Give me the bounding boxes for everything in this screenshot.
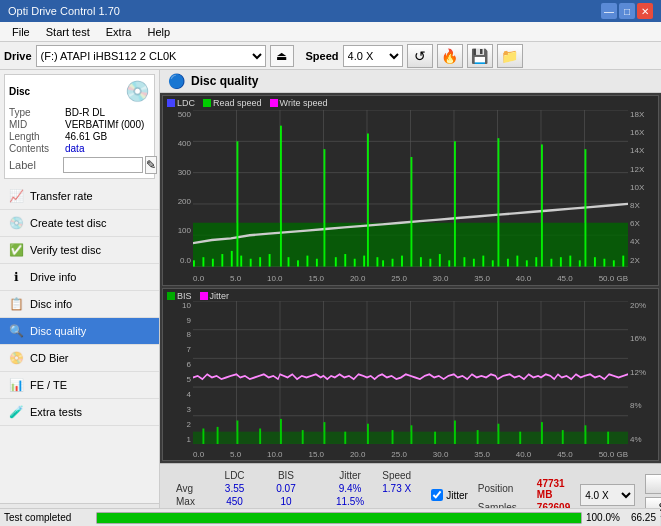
create-test-disc-icon: 💿: [8, 215, 24, 231]
max-empty: [310, 496, 326, 507]
legend-write-speed: Write speed: [270, 98, 328, 108]
y1-500: 500: [178, 110, 191, 119]
sidebar-item-cd-bier[interactable]: 📀 CD Bier: [0, 345, 159, 372]
menu-help[interactable]: Help: [139, 24, 178, 40]
content-area: 🔵 Disc quality LDC Read speed: [160, 70, 661, 526]
chart2-svg: [193, 301, 628, 444]
svg-rect-28: [297, 260, 299, 266]
drive-select[interactable]: (F:) ATAPI iHBS112 2 CL0K: [36, 45, 266, 67]
svg-rect-22: [240, 256, 242, 267]
y2r-20: 20%: [630, 301, 646, 310]
erase-button[interactable]: 🔥: [437, 44, 463, 68]
svg-rect-85: [259, 428, 261, 444]
type-label: Type: [9, 107, 61, 118]
svg-rect-23: [250, 259, 252, 267]
y1r-8x: 8X: [630, 201, 640, 210]
menu-extra[interactable]: Extra: [98, 24, 140, 40]
y2r-12: 12%: [630, 368, 646, 377]
fe-te-label: FE / TE: [30, 379, 67, 391]
label-label: Label: [9, 159, 61, 171]
svg-rect-96: [498, 423, 500, 444]
minimize-button[interactable]: —: [601, 3, 617, 19]
ldc-dot: [167, 99, 175, 107]
sidebar-item-disc-quality[interactable]: 🔍 Disc quality: [0, 318, 159, 345]
y2r-4: 4%: [630, 435, 642, 444]
refresh-button[interactable]: ↺: [407, 44, 433, 68]
burn-button[interactable]: 💾: [467, 44, 493, 68]
sidebar-item-extra-tests[interactable]: 🧪 Extra tests: [0, 399, 159, 426]
progress-percent: 100.0%: [586, 512, 622, 523]
y2-3: 3: [187, 405, 191, 414]
svg-rect-29: [306, 256, 308, 267]
progress-bar-container: Test completed 100.0% 66.25: [0, 508, 660, 526]
svg-rect-91: [392, 430, 394, 444]
chart1-xaxis: 0.0 5.0 10.0 15.0 20.0 25.0 30.0 35.0 40…: [193, 274, 628, 283]
svg-rect-51: [498, 138, 500, 266]
jitter-checkbox[interactable]: [431, 489, 443, 501]
svg-rect-26: [280, 126, 282, 267]
main-layout: Disc 💿 Type BD-R DL MID VERBATIMf (000) …: [0, 70, 661, 526]
legend-bis: BIS: [167, 291, 192, 301]
x1-15: 15.0: [308, 274, 324, 283]
sidebar-item-fe-te[interactable]: 📊 FE / TE: [0, 372, 159, 399]
avg-speed: 1.73 X: [374, 483, 419, 494]
x1-20: 20.0: [350, 274, 366, 283]
label-edit-button[interactable]: ✎: [145, 156, 157, 174]
x1-0: 0.0: [193, 274, 204, 283]
y2-4: 4: [187, 390, 191, 399]
max-ldc: 450: [207, 496, 262, 507]
sidebar-item-transfer-rate[interactable]: 📈 Transfer rate: [0, 183, 159, 210]
y1-100: 100: [178, 226, 191, 235]
app-title: Opti Drive Control 1.70: [8, 5, 120, 17]
y1r-10x: 10X: [630, 183, 644, 192]
sidebar-item-drive-info[interactable]: ℹ Drive info: [0, 264, 159, 291]
menu-start-test[interactable]: Start test: [38, 24, 98, 40]
y1r-16x: 16X: [630, 128, 644, 137]
disc-section-title: Disc: [9, 86, 30, 97]
speed-select-stats[interactable]: 4.0 X: [580, 484, 635, 506]
disc-quality-label: Disc quality: [30, 325, 86, 337]
eject-button[interactable]: ⏏: [270, 45, 294, 67]
start-full-button[interactable]: Start full: [645, 474, 661, 494]
mid-label: MID: [9, 119, 61, 130]
disc-mid-row: MID VERBATIMf (000): [9, 119, 150, 130]
sidebar-item-create-test-disc[interactable]: 💿 Create test disc: [0, 210, 159, 237]
save-button[interactable]: 📁: [497, 44, 523, 68]
menu-file[interactable]: File: [4, 24, 38, 40]
progress-value-right: 66.25: [626, 512, 656, 523]
svg-rect-47: [463, 257, 465, 266]
maximize-button[interactable]: □: [619, 3, 635, 19]
x2-10: 10.0: [267, 450, 283, 459]
transfer-rate-label: Transfer rate: [30, 190, 93, 202]
y2-5: 5: [187, 375, 191, 384]
svg-rect-32: [335, 257, 337, 266]
sidebar: Disc 💿 Type BD-R DL MID VERBATIMf (000) …: [0, 70, 160, 526]
speed-select[interactable]: 4.0 X: [343, 45, 403, 67]
svg-rect-44: [439, 254, 441, 267]
svg-rect-54: [526, 260, 528, 266]
sidebar-item-verify-test-disc[interactable]: ✅ Verify test disc: [0, 237, 159, 264]
verify-test-disc-label: Verify test disc: [30, 244, 101, 256]
disc-info-label: Disc info: [30, 298, 72, 310]
chart2-yaxis-right: 20% 16% 12% 8% 4%: [628, 301, 658, 444]
mid-value: VERBATIMf (000): [65, 119, 144, 130]
legend-read-speed: Read speed: [203, 98, 262, 108]
svg-rect-34: [354, 259, 356, 267]
chart1-svg: [193, 110, 628, 267]
label-input[interactable]: [63, 157, 143, 173]
sidebar-item-disc-info[interactable]: 📋 Disc info: [0, 291, 159, 318]
svg-rect-82: [202, 428, 204, 444]
avg-bis: 0.07: [264, 483, 308, 494]
read-speed-label: Read speed: [213, 98, 262, 108]
progress-label: Test completed: [4, 512, 92, 523]
x1-50: 50.0 GB: [599, 274, 628, 283]
svg-rect-57: [550, 259, 552, 267]
svg-rect-62: [594, 257, 596, 266]
svg-rect-92: [411, 425, 413, 444]
close-button[interactable]: ✕: [637, 3, 653, 19]
x1-5: 5.0: [230, 274, 241, 283]
svg-rect-19: [221, 254, 223, 267]
write-speed-dot: [270, 99, 278, 107]
svg-rect-95: [477, 430, 479, 444]
svg-rect-46: [454, 141, 456, 266]
